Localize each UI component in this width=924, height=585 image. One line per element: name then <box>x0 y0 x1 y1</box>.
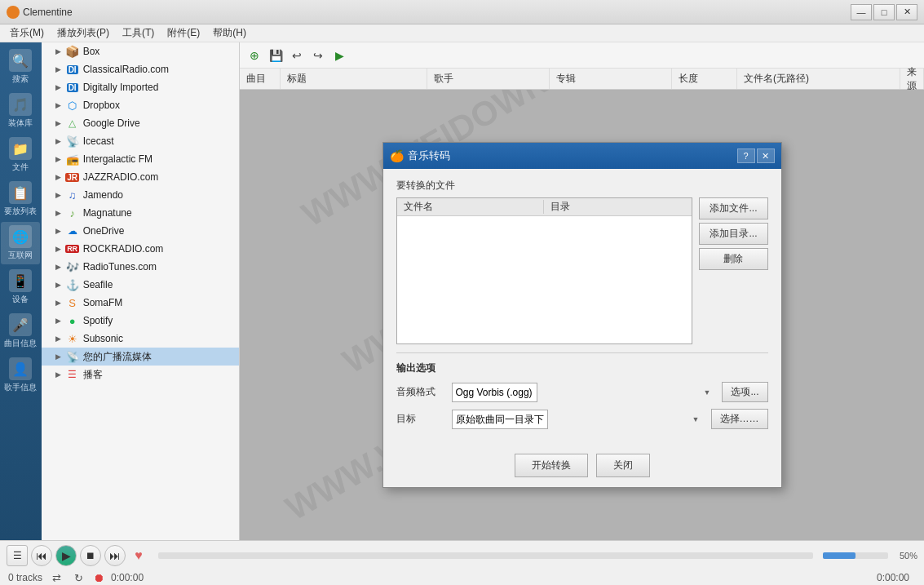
file-actions: 添加文件... 添加目录... 删除 <box>699 197 767 270</box>
col-header-artist[interactable]: 歌手 <box>427 69 550 89</box>
menu-tools[interactable]: 工具(T) <box>116 24 161 42</box>
title-bar-title: Clementine <box>23 7 851 18</box>
start-convert-button[interactable]: 开始转换 <box>515 454 588 477</box>
col-header-album[interactable]: 专辑 <box>550 69 672 89</box>
previous-button[interactable]: ⏮ <box>31 545 52 566</box>
sidebar-label-library: 装体库 <box>8 117 33 129</box>
output-section: 输出选项 音频格式 Ogg Vorbis (.ogg)MP3FLACAACWMA… <box>396 352 768 429</box>
sidebar-item-playlist[interactable]: 📋 要放列表 <box>1 178 40 220</box>
file-section-row: 文件名 目录 添加文件... 添加目录... 删除 <box>396 197 768 344</box>
file-table[interactable]: 文件名 目录 <box>396 197 693 344</box>
sidebar-item-files[interactable]: 📁 文件 <box>1 134 40 176</box>
nav-item-onedrive[interactable]: ▶ ☁ OneDrive <box>42 222 239 240</box>
file-table-body <box>397 216 692 343</box>
stop-button[interactable]: ⏹ <box>80 545 101 566</box>
files-icon: 📁 <box>9 137 32 160</box>
menu-help[interactable]: 帮助(H) <box>206 24 253 42</box>
nav-panel: ▶ 📦 Box ▶ DI ClassicalRadio.com ▶ DI Dig… <box>42 42 240 540</box>
format-select-wrapper: Ogg Vorbis (.ogg)MP3FLACAACWMA <box>452 383 716 402</box>
nav-item-jazzradio[interactable]: ▶ JR JAZZRADIO.com <box>42 168 239 186</box>
dialog-overlay: 🍊 音乐转码 ? ✕ 要转换的文件 <box>240 90 924 540</box>
progress-bar[interactable] <box>158 552 813 559</box>
select-dir-button[interactable]: 选择…… <box>711 409 768 429</box>
shuffle-button[interactable]: ⇄ <box>49 570 64 586</box>
nav-item-dropbox[interactable]: ▶ ⬡ Dropbox <box>42 96 239 114</box>
menu-playlist[interactable]: 播放列表(P) <box>51 24 116 42</box>
target-label: 目标 <box>396 412 445 426</box>
window-controls: — □ ✕ <box>851 4 917 20</box>
record-button[interactable]: ⏺ <box>93 571 104 584</box>
play-button[interactable]: ▶ <box>55 545 77 566</box>
sidebar: 🔍 搜索 🎵 装体库 📁 文件 📋 要放列表 🌐 互联网 📱 设备 🎤 曲目信息 <box>0 42 42 540</box>
sidebar-item-internet[interactable]: 🌐 互联网 <box>1 222 40 264</box>
sidebar-item-library[interactable]: 🎵 装体库 <box>1 90 40 132</box>
minimize-button[interactable]: — <box>851 4 872 20</box>
options-button[interactable]: 选项... <box>722 382 767 402</box>
sidebar-item-devices[interactable]: 📱 设备 <box>1 266 40 308</box>
maximize-button[interactable]: □ <box>873 4 895 20</box>
col-header-source[interactable]: 来源 <box>900 69 924 89</box>
add-dir-button[interactable]: 添加目录... <box>699 223 767 245</box>
nav-item-googledrive[interactable]: ▶ △ Google Drive <box>42 114 239 132</box>
nav-item-subsonic[interactable]: ▶ ☀ Subsonic <box>42 330 239 348</box>
nav-item-spotify[interactable]: ▶ ● Spotify <box>42 312 239 330</box>
menu-addons[interactable]: 附件(E) <box>161 24 206 42</box>
nav-item-radiotunes[interactable]: ▶ 🎶 RadioTunes.com <box>42 258 239 276</box>
nav-item-box[interactable]: ▶ 📦 Box <box>42 42 239 60</box>
nav-item-icecast[interactable]: ▶ 📡 Icecast <box>42 132 239 150</box>
nav-label-radiotunes: RadioTunes.com <box>83 261 157 273</box>
next-button[interactable]: ⏭ <box>104 545 126 566</box>
format-select[interactable]: Ogg Vorbis (.ogg)MP3FLACAACWMA <box>452 383 537 402</box>
nav-item-podcasts[interactable]: ▶ ☰ 播客 <box>42 366 239 383</box>
nav-item-magnatune[interactable]: ▶ ♪ Magnatune <box>42 204 239 222</box>
add-green-button[interactable]: ⊕ <box>245 46 264 65</box>
close-dialog-button[interactable]: 关闭 <box>596 454 650 477</box>
convert-button[interactable]: ▶ <box>329 46 349 65</box>
title-bar: Clementine — □ ✕ <box>0 0 924 24</box>
col-header-title[interactable]: 标题 <box>281 69 427 89</box>
nav-item-intergalactic[interactable]: ▶ 📻 Intergalactic FM <box>42 150 239 168</box>
nav-item-somafm[interactable]: ▶ S SomaFM <box>42 294 239 312</box>
toolbar: ⊕ 💾 ↩ ↪ ▶ <box>240 42 924 69</box>
file-col-name: 文件名 <box>397 200 545 214</box>
close-button[interactable]: ✕ <box>896 4 917 20</box>
col-header-duration[interactable]: 长度 <box>672 69 737 89</box>
nav-arrow-podcasts: ▶ <box>55 370 63 379</box>
nav-item-digitallyimported[interactable]: ▶ DI Digitally Imported <box>42 78 239 96</box>
col-header-filename[interactable]: 文件名(无路径) <box>737 69 900 89</box>
tracks-count: 0 tracks <box>8 572 42 583</box>
repeat-button[interactable]: ↻ <box>71 570 86 586</box>
nav-item-jamendo[interactable]: ▶ ♫ Jamendo <box>42 186 239 204</box>
dialog-titlebar: 🍊 音乐转码 ? ✕ <box>383 143 781 169</box>
undo-button[interactable]: ↩ <box>287 46 307 65</box>
dialog-help-button[interactable]: ? <box>737 148 755 163</box>
redo-button[interactable]: ↪ <box>308 46 328 65</box>
menu-music[interactable]: 音乐(M) <box>3 24 51 42</box>
time-current: 0:00:00 <box>111 572 144 583</box>
rockradio-icon: RR <box>66 242 79 255</box>
nav-label-jamendo: Jamendo <box>83 189 123 201</box>
di-icon: DI <box>66 81 79 94</box>
nav-item-classicalradio[interactable]: ▶ DI ClassicalRadio.com <box>42 60 239 78</box>
sidebar-item-search[interactable]: 🔍 搜索 <box>1 46 40 88</box>
heart-button[interactable]: ♥ <box>129 546 148 565</box>
nav-arrow-icecast: ▶ <box>55 137 63 145</box>
dialog-controls: ? ✕ <box>737 148 775 163</box>
format-row: 音频格式 Ogg Vorbis (.ogg)MP3FLACAACWMA 选项..… <box>396 382 768 402</box>
volume-slider[interactable] <box>823 552 888 559</box>
nav-item-yourradio[interactable]: ▶ 📡 您的广播流媒体 <box>42 348 239 366</box>
sidebar-item-singers[interactable]: 👤 歌手信息 <box>1 354 40 397</box>
dialog-close-button[interactable]: ✕ <box>757 148 775 163</box>
playlist-toggle-button[interactable]: ☰ <box>7 545 28 566</box>
nav-arrow-onedrive: ▶ <box>55 227 63 235</box>
nav-item-rockradio[interactable]: ▶ RR ROCKRADIO.com <box>42 240 239 258</box>
col-header-num[interactable]: 曲目 <box>240 69 281 89</box>
intergalactic-icon: 📻 <box>66 153 79 166</box>
target-select[interactable]: 原始歌曲同一目录下自定义目录 <box>452 410 548 429</box>
delete-button[interactable]: 删除 <box>699 248 767 270</box>
save-button[interactable]: 💾 <box>266 46 285 65</box>
nav-item-seafile[interactable]: ▶ ⚓ Seafile <box>42 276 239 294</box>
sidebar-item-artists[interactable]: 🎤 曲目信息 <box>1 310 40 352</box>
add-file-button[interactable]: 添加文件... <box>699 197 767 219</box>
internet-icon: 🌐 <box>9 225 32 248</box>
